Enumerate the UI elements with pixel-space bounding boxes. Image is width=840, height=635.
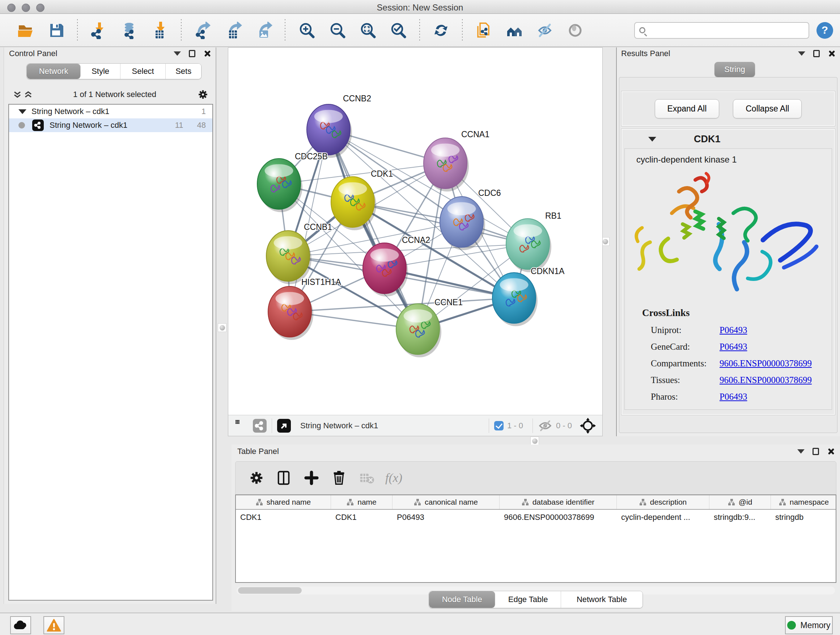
export-network-button[interactable]	[193, 20, 213, 41]
table-settings-button[interactable]	[246, 468, 267, 488]
crosslink-label: Pharos:	[651, 392, 720, 402]
column-header-namespace[interactable]: namespace	[771, 495, 836, 509]
import-network-file-button[interactable]	[88, 20, 109, 41]
network-tree-row[interactable]: String Network – cdk11	[9, 105, 212, 119]
expand-all-trees-icon[interactable]	[12, 89, 23, 100]
crosslink-link[interactable]: P06493	[720, 392, 747, 402]
column-header--id[interactable]: @id	[709, 495, 771, 509]
scrollbar-thumb[interactable]	[238, 587, 302, 594]
first-neighbors-button[interactable]	[504, 20, 524, 41]
collapse-panel-icon[interactable]	[174, 51, 181, 56]
export-table-button[interactable]	[223, 20, 243, 41]
tab-edge-table[interactable]: Edge Table	[495, 591, 561, 608]
delete-column-button[interactable]	[329, 468, 349, 488]
table-cell[interactable]: stringdb:9...	[709, 510, 771, 525]
crosslink-link[interactable]: P06493	[720, 342, 747, 352]
import-network-database-button[interactable]	[119, 20, 139, 41]
column-header-database-identifier[interactable]: database identifier	[500, 495, 617, 509]
crosslink-row: Tissues:9606.ENSP00000378699	[651, 372, 824, 388]
tab-style[interactable]: Style	[81, 64, 120, 79]
show-columns-button[interactable]	[274, 468, 294, 488]
help-button[interactable]: ?	[814, 20, 835, 41]
network-tree-row[interactable]: String Network – cdk11148	[9, 119, 212, 132]
search-input[interactable]	[634, 22, 810, 39]
network-canvas[interactable]: CCNB2 CCNA1 CDC25B CDK1 CDC6 RB1 CCNB1 C…	[228, 48, 602, 415]
add-column-button[interactable]	[302, 468, 322, 488]
crosslinks-title: CrossLinks	[642, 307, 690, 318]
tab-node-table[interactable]: Node Table	[429, 591, 495, 608]
memory-button[interactable]: Memory	[785, 616, 833, 634]
network-node-RB1[interactable]: RB1	[506, 211, 561, 272]
selected-nodes-checkbox[interactable]	[494, 421, 504, 431]
collapse-panel-icon[interactable]	[798, 51, 805, 56]
show-all-button[interactable]	[565, 20, 585, 41]
hidden-count: 0 - 0	[556, 421, 572, 431]
left-splitter-handle[interactable]	[218, 323, 226, 332]
export-image-button[interactable]	[254, 20, 274, 41]
tab-select[interactable]: Select	[120, 64, 166, 79]
memory-status-dot	[787, 621, 796, 630]
column-header-description[interactable]: description	[617, 495, 709, 509]
table-row[interactable]: CDK1CDK1P064939606.ENSP00000378699cyclin…	[236, 510, 836, 525]
new-network-from-selection-button[interactable]	[474, 20, 494, 41]
entry-node-name: CDK1	[694, 134, 721, 145]
column-header-name[interactable]: name	[331, 495, 393, 509]
open-file-button[interactable]	[15, 20, 35, 41]
table-cell[interactable]: 9606.ENSP00000378699	[500, 510, 617, 525]
collapse-all-trees-icon[interactable]	[23, 89, 34, 100]
apply-layout-button[interactable]	[431, 20, 451, 41]
table-cell[interactable]: CDK1	[331, 510, 393, 525]
close-panel-icon[interactable]	[203, 50, 210, 57]
network-edge[interactable]	[328, 130, 418, 329]
function-builder-button[interactable]: f(x)	[385, 471, 402, 485]
close-panel-icon[interactable]	[828, 50, 835, 57]
bottom-splitter-handle[interactable]	[531, 437, 539, 445]
open-in-new-window-icon[interactable]	[277, 419, 291, 432]
warning-status-button[interactable]	[43, 616, 65, 634]
tree-expand-caret-icon[interactable]	[19, 109, 27, 114]
network-node-CCNA1[interactable]: CCNA1	[424, 130, 489, 192]
table-cell[interactable]: P06493	[393, 510, 500, 525]
search-text-field[interactable]	[645, 24, 809, 37]
node-label-HIST1H1A: HIST1H1A	[302, 277, 341, 287]
crosslink-link[interactable]: 9606.ENSP00000378699	[720, 358, 812, 369]
expand-all-button[interactable]: Expand All	[655, 99, 720, 119]
network-options-gear-icon[interactable]	[196, 87, 210, 102]
control-panel-header: Control Panel	[9, 49, 210, 58]
entry-expand-caret-icon[interactable]	[648, 137, 656, 141]
network-node-CDC6[interactable]: CDC6	[440, 188, 501, 250]
column-header-canonical-name[interactable]: canonical name	[393, 495, 500, 509]
zoom-fit-button[interactable]	[357, 20, 378, 41]
close-panel-icon[interactable]	[827, 448, 834, 455]
column-header-shared-name[interactable]: shared name	[236, 495, 331, 509]
zoom-out-button[interactable]	[327, 20, 347, 41]
tab-network-table[interactable]: Network Table	[561, 591, 643, 608]
tab-sets[interactable]: Sets	[166, 64, 201, 79]
birds-eye-view-icon[interactable]	[235, 419, 248, 432]
node-entry-body: cyclin-dependent kinase 1 CrossLinks Uni…	[624, 149, 832, 410]
table-cell[interactable]: stringdb	[771, 510, 836, 525]
node-entry-header[interactable]: CDK1	[622, 130, 834, 149]
node-label-CCNB1: CCNB1	[304, 222, 332, 232]
table-cell[interactable]: cyclin-dependent ...	[617, 510, 709, 525]
tab-network[interactable]: Network	[27, 64, 81, 79]
collapse-panel-icon[interactable]	[797, 449, 805, 454]
zoom-selected-button[interactable]	[388, 20, 408, 41]
float-panel-icon[interactable]	[813, 448, 819, 455]
node-label-RB1: RB1	[545, 211, 561, 220]
table-cell[interactable]: CDK1	[236, 510, 331, 525]
crosslink-link[interactable]: P06493	[720, 325, 747, 335]
crosslink-link[interactable]: 9606.ENSP00000378699	[720, 375, 812, 385]
save-session-button[interactable]	[46, 20, 66, 41]
zoom-in-button[interactable]	[296, 20, 317, 41]
network-node-CDKN1A[interactable]: CDKN1A	[493, 266, 565, 326]
tab-string[interactable]: String	[714, 62, 755, 77]
float-panel-icon[interactable]	[189, 50, 195, 57]
cloud-status-button[interactable]	[10, 616, 31, 634]
import-table-file-button[interactable]	[150, 20, 170, 41]
collapse-all-button[interactable]: Collapse All	[733, 99, 802, 119]
hide-selected-button[interactable]	[535, 20, 555, 41]
fit-selected-crosshair-icon[interactable]	[580, 418, 596, 434]
table-toolbar: f(x)	[235, 461, 836, 494]
float-panel-icon[interactable]	[813, 50, 820, 57]
